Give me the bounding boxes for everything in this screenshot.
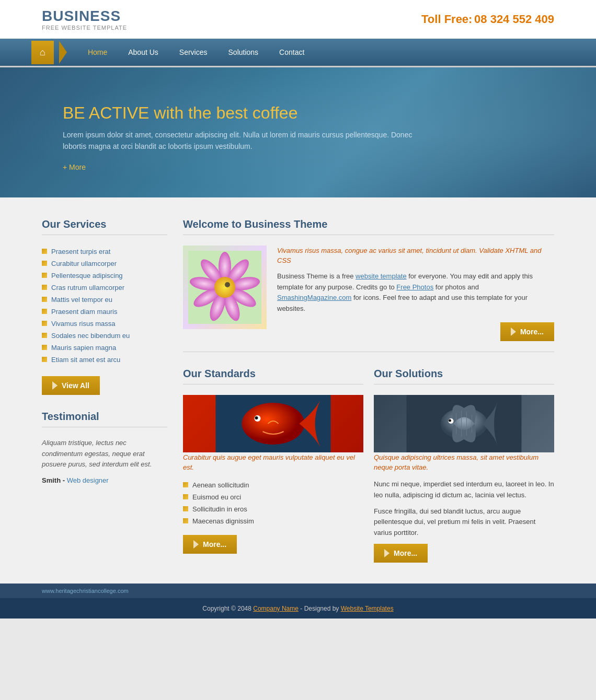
hero-title-main: BE ACTIVE (63, 103, 149, 122)
photos-link[interactable]: Free Photos (396, 283, 433, 291)
list-item: Etiam sit amet est arcu (42, 354, 167, 366)
list-item: Mauris sapien magna (42, 342, 167, 354)
fish-svg (183, 395, 363, 452)
template-link[interactable]: website template (356, 272, 407, 280)
lower-content: Our Standards (183, 368, 554, 563)
angel-fish-image (374, 395, 554, 452)
list-item: Maecenas dignissim (183, 515, 363, 527)
testimonial-author: Smith - Web designer (42, 476, 167, 484)
standards-caption: Curabitur quis augue eget mauris vulputa… (183, 452, 363, 473)
hero-more-link[interactable]: + More (63, 163, 533, 171)
bullet-icon (183, 518, 188, 523)
solutions-btn-wrap: More... (374, 544, 554, 563)
hero-title-sub: with the best coffee (149, 103, 297, 122)
smashing-link[interactable]: SmashingMagazine.com (277, 294, 351, 301)
list-item: Aenean sollicitudin (183, 479, 363, 491)
nav-home[interactable]: Home (77, 39, 118, 66)
svg-point-13 (242, 403, 305, 445)
services-list: Praesent turpis erat Curabitur ullamcorp… (42, 246, 167, 366)
btn-arrow-icon (52, 381, 58, 390)
bullet-icon (183, 482, 188, 487)
welcome-title: Welcome to Business Theme (183, 218, 554, 235)
list-item: Praesent turpis erat (42, 246, 167, 258)
testimonial-role-link[interactable]: Web designer (67, 476, 109, 484)
testimonial-title: Testimonial (42, 411, 167, 427)
btn-arrow-icon (193, 540, 199, 549)
main-nav: ⌂ Home About Us Services Solutions Conta… (0, 39, 596, 66)
welcome-italic: Vivamus risus massa, congue ac varius si… (277, 246, 554, 266)
list-item: Pellentesque adipiscing (42, 270, 167, 282)
list-item: Cras rutrum ullamcorper (42, 282, 167, 294)
main-content: Our Services Praesent turpis erat Curabi… (0, 197, 596, 584)
company-name-link[interactable]: Company Name (253, 605, 299, 612)
welcome-body: Business Theme is a free website templat… (277, 271, 554, 314)
standards-more-button[interactable]: More... (183, 535, 237, 554)
phone-display: Toll Free: 08 324 552 409 (421, 13, 554, 26)
flower-image (183, 246, 267, 329)
nav-services[interactable]: Services (169, 39, 218, 66)
bullet-icon (42, 309, 47, 314)
welcome-more-button[interactable]: More... (500, 322, 554, 341)
bullet-icon (42, 297, 47, 302)
welcome-text: Vivamus risus massa, congue ac varius si… (277, 246, 554, 341)
list-item: Curabitur ullamcorper (42, 258, 167, 270)
nav-contact[interactable]: Contact (269, 39, 315, 66)
bullet-icon (183, 506, 188, 511)
solutions-caption: Quisque adipiscing ultrices massa, sit a… (374, 452, 554, 473)
testimonial-text: Aliquam tristique, lectus nec condimentu… (42, 438, 167, 470)
nav-arrow-decoration (59, 41, 67, 64)
list-item: Vivamus risus massa (42, 318, 167, 330)
btn-arrow-icon (384, 549, 389, 557)
standards-btn-wrap: More... (183, 535, 363, 554)
sidebar: Our Services Praesent turpis erat Curabi… (42, 218, 167, 563)
solutions-more-button[interactable]: More... (374, 544, 428, 563)
home-icon-button[interactable]: ⌂ (31, 41, 54, 64)
phone-number: 08 324 552 409 (474, 13, 554, 26)
bullet-icon (42, 357, 47, 362)
hero-section: BE ACTIVE with the best coffee Lorem ips… (0, 67, 596, 197)
angel-fish-svg (374, 395, 554, 452)
btn-arrow-icon (511, 328, 516, 336)
list-item: Euismod eu orci (183, 491, 363, 503)
hero-description: Lorem ipsum dolor sit amet, consectetur … (63, 129, 429, 153)
flower-svg (188, 251, 261, 324)
toll-label: Toll Free: (421, 13, 472, 26)
bullet-icon (42, 249, 47, 254)
standards-title: Our Standards (183, 368, 363, 384)
brand-name: BUSINESS (42, 8, 127, 25)
bullet-icon (42, 333, 47, 338)
site-header: BUSINESS FREE WEBSITE TEMPLATE Toll Free… (0, 0, 596, 39)
website-templates-link[interactable]: Website Templates (341, 605, 394, 612)
standards-list: Aenean sollicitudin Euismod eu orci Soll… (183, 479, 363, 527)
list-item: Mattis vel tempor eu (42, 294, 167, 306)
footer-url: www.heritagechristiancollege.com (42, 588, 129, 594)
nav-solutions[interactable]: Solutions (218, 39, 269, 66)
testimonial-section: Testimonial Aliquam tristique, lectus ne… (42, 411, 167, 484)
list-item: Praesent diam mauris (42, 306, 167, 318)
svg-point-19 (449, 419, 451, 422)
home-icon: ⌂ (40, 47, 45, 58)
brand-sub: FREE WEBSITE TEMPLATE (42, 25, 127, 31)
footer-bar: www.heritagechristiancollege.com (0, 584, 596, 598)
bullet-icon (42, 261, 47, 266)
welcome-inner: Vivamus risus massa, congue ac varius si… (183, 246, 554, 341)
footer: Copyright © 2048 Company Name - Designed… (0, 598, 596, 619)
solutions-section: Our Solutions (374, 368, 554, 563)
services-title: Our Services (42, 218, 167, 235)
bullet-icon (42, 273, 47, 278)
content-area: Welcome to Business Theme (183, 218, 554, 563)
svg-point-15 (255, 416, 258, 419)
view-all-button[interactable]: View All (42, 376, 100, 395)
solutions-body1: Nunc mi neque, imperdiet sed interdum eu… (374, 479, 554, 501)
svg-point-10 (214, 277, 235, 298)
bullet-icon (42, 285, 47, 290)
list-item: Sollicitudin in eros (183, 503, 363, 515)
bullet-icon (42, 345, 47, 350)
bullet-icon (42, 321, 47, 326)
list-item: Sodales nec bibendum eu (42, 330, 167, 342)
bullet-icon (183, 494, 188, 499)
nav-about[interactable]: About Us (118, 39, 169, 66)
welcome-section: Welcome to Business Theme (183, 218, 554, 352)
solutions-body2: Fusce fringilla, dui sed blandit luctus,… (374, 506, 554, 539)
solutions-title: Our Solutions (374, 368, 554, 384)
